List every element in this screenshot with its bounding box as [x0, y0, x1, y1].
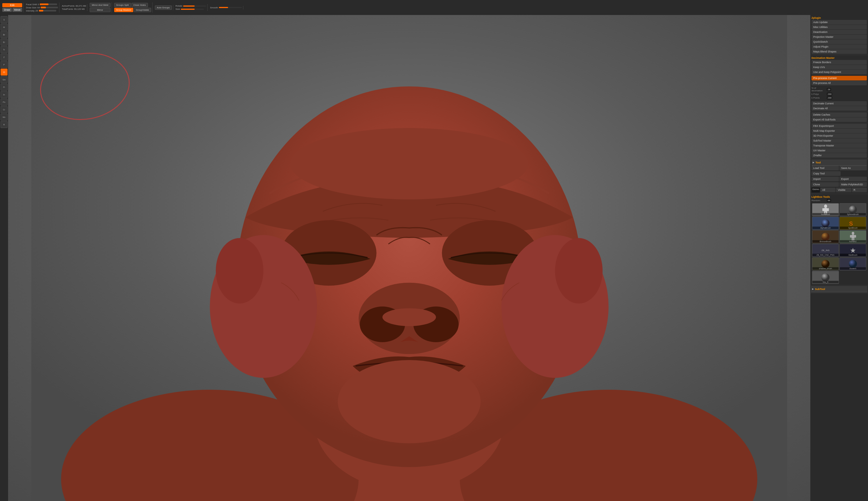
auto-groups-button[interactable]: Auto Groups	[155, 6, 172, 10]
smooth-label: Smooth	[210, 6, 218, 9]
mirror-and-weld-button[interactable]: Mirror And Weld	[90, 3, 110, 7]
size-label: Size	[176, 8, 180, 10]
tool-rotate[interactable]: R	[1, 121, 8, 128]
focal-shift-label: Focal Shift	[26, 3, 37, 6]
edit-button[interactable]: Edit	[2, 3, 22, 7]
mirror-group: Mirror And Weld Mirror	[88, 2, 112, 13]
draw-size-value: 64	[37, 6, 40, 9]
tool-fl[interactable]: Fl	[1, 84, 8, 90]
auto-groups-group: Auto Groups	[154, 5, 173, 10]
close-holes-button[interactable]: Close Holes	[131, 3, 148, 7]
rotate-slider[interactable]	[183, 6, 206, 7]
group-visible-button[interactable]: GroupVisible	[134, 8, 151, 12]
tool-m[interactable]: M	[1, 24, 8, 31]
tool-tr[interactable]: Tr	[1, 46, 8, 53]
brush-params-group: Focal Shift 0 Draw Size 64 Intensity 25	[25, 3, 60, 13]
active-points-label: ActivePoints	[62, 4, 74, 7]
total-points-label: TotalPoints	[62, 8, 73, 10]
focal-shift-slider[interactable]	[40, 3, 57, 5]
tool-sm[interactable]: Sm	[1, 76, 8, 83]
groups-split-button[interactable]: Groups Split	[114, 3, 131, 7]
tool-p[interactable]: P	[1, 61, 8, 68]
move-button[interactable]: Move	[12, 8, 22, 12]
group-masked-button[interactable]: Group Masked	[114, 8, 133, 12]
smooth-group: Smooth	[209, 6, 243, 10]
smooth-slider[interactable]	[219, 7, 242, 8]
tool-eraser[interactable]: Er	[1, 39, 8, 45]
draw-size-label: Draw Size	[26, 6, 36, 9]
tool-s[interactable]: S	[1, 16, 8, 23]
transform-group: Rotate Size	[174, 4, 208, 11]
intensity-label: Intensity	[26, 10, 35, 12]
top-toolbar: Edit Draw Move Focal Shift 0 Draw Size 6…	[0, 0, 434, 15]
tool-move[interactable]: Mv	[1, 114, 8, 120]
draw-size-row: Draw Size 64	[26, 6, 58, 9]
left-toolbar: S M Br Er Tr Z P Cl Sm Fl In Pn Cr Mv R	[0, 15, 8, 250]
focal-shift-row: Focal Shift 0	[26, 3, 58, 6]
draw-size-slider[interactable]	[41, 7, 58, 8]
tool-pinch[interactable]: Pn	[1, 99, 8, 106]
total-points-value: 99,120 Mil	[74, 8, 85, 10]
mirror-button[interactable]: Mirror	[90, 8, 110, 12]
intensity-slider[interactable]	[39, 10, 56, 12]
size-slider[interactable]	[181, 9, 204, 10]
rotate-label: Rotate	[176, 4, 182, 7]
tool-clay[interactable]: Cl	[1, 68, 8, 75]
points-group: ActivePoints 48,071 Mil TotalPoints 99,1…	[61, 4, 87, 11]
render-background	[8, 15, 434, 250]
tool-brush[interactable]: Br	[1, 31, 8, 38]
gorilla-render	[8, 15, 434, 250]
active-points-value: 48,071 Mil	[75, 4, 86, 7]
tool-z[interactable]: Z	[1, 54, 8, 61]
tool-inflate[interactable]: In	[1, 91, 8, 98]
mode-group: Edit Draw Move	[1, 3, 24, 12]
canvas-area[interactable]	[8, 15, 434, 250]
draw-button[interactable]: Draw	[2, 8, 12, 12]
focal-shift-value: 0	[38, 3, 39, 6]
tool-crease[interactable]: Cr	[1, 106, 8, 113]
groups-group: Groups Split Close Holes Group Masked Gr…	[113, 2, 152, 13]
intensity-value: 25	[35, 10, 38, 12]
intensity-row: Intensity 25	[26, 10, 58, 12]
